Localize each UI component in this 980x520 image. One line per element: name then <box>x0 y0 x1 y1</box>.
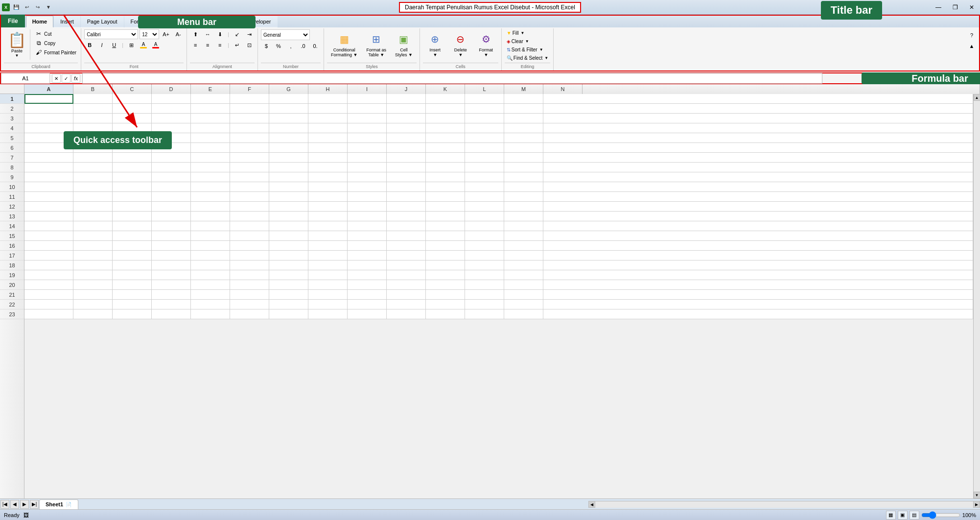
undo-quick-btn[interactable]: ↩ <box>23 3 31 12</box>
cell-E11[interactable] <box>191 192 230 202</box>
cell-M11[interactable] <box>504 192 543 202</box>
cell-H6[interactable] <box>308 143 348 153</box>
cell-B7[interactable] <box>73 153 113 163</box>
cell-J21[interactable] <box>387 290 426 300</box>
cell-E18[interactable] <box>191 260 230 270</box>
cell-J19[interactable] <box>387 270 426 280</box>
cell-E9[interactable] <box>191 172 230 182</box>
cell-L14[interactable] <box>465 221 504 231</box>
cell-I21[interactable] <box>348 290 387 300</box>
cell-K7[interactable] <box>426 153 465 163</box>
cell-N14[interactable] <box>543 221 973 231</box>
cell-I5[interactable] <box>348 133 387 143</box>
cell-M6[interactable] <box>504 143 543 153</box>
paste-dropdown[interactable]: ▼ <box>15 53 19 58</box>
cell-G13[interactable] <box>269 212 308 221</box>
tab-home[interactable]: Home <box>26 16 54 27</box>
cell-C21[interactable] <box>113 290 152 300</box>
col-header-n[interactable]: N <box>543 84 583 94</box>
cell-I17[interactable] <box>348 251 387 260</box>
format-button[interactable]: ⚙ Format▼ <box>474 29 498 60</box>
cell-C3[interactable] <box>113 114 152 123</box>
cell-C2[interactable] <box>113 104 152 114</box>
row-header-4[interactable]: 4 <box>0 123 24 133</box>
cell-A12[interactable] <box>24 202 73 212</box>
cell-D16[interactable] <box>152 241 191 251</box>
cell-E20[interactable] <box>191 280 230 290</box>
cell-D10[interactable] <box>152 182 191 192</box>
cell-E16[interactable] <box>191 241 230 251</box>
cell-B1[interactable] <box>73 94 113 104</box>
bold-button[interactable]: B <box>84 40 95 50</box>
cell-styles-button[interactable]: ▣ CellStyles ▼ <box>391 29 417 60</box>
cell-F22[interactable] <box>230 300 269 309</box>
cell-I18[interactable] <box>348 260 387 270</box>
row-header-12[interactable]: 12 <box>0 202 24 212</box>
scroll-right-btn[interactable]: ▶ <box>973 501 980 508</box>
cell-A2[interactable] <box>24 104 73 114</box>
cell-K16[interactable] <box>426 241 465 251</box>
text-direction-btn[interactable]: ↙ <box>232 29 242 39</box>
cell-C7[interactable] <box>113 153 152 163</box>
tab-review[interactable]: Review <box>185 16 215 27</box>
cell-B11[interactable] <box>73 192 113 202</box>
col-header-a[interactable]: A <box>24 84 73 94</box>
cell-D21[interactable] <box>152 290 191 300</box>
cell-J16[interactable] <box>387 241 426 251</box>
tab-insert[interactable]: Insert <box>54 16 80 27</box>
cell-D22[interactable] <box>152 300 191 309</box>
cell-M21[interactable] <box>504 290 543 300</box>
cell-F15[interactable] <box>230 231 269 241</box>
cell-L4[interactable] <box>465 123 504 133</box>
align-top-btn[interactable]: ⬆ <box>190 29 201 39</box>
cell-C13[interactable] <box>113 212 152 221</box>
page-layout-view-btn[interactable]: ▣ <box>898 511 908 520</box>
restore-button[interactable]: ❐ <box>947 0 963 15</box>
cell-B2[interactable] <box>73 104 113 114</box>
decrease-decimal-btn[interactable]: 0. <box>310 41 321 51</box>
format-painter-button[interactable]: 🖌 Format Painter <box>33 48 78 57</box>
cell-L11[interactable] <box>465 192 504 202</box>
cell-J7[interactable] <box>387 153 426 163</box>
cell-F19[interactable] <box>230 270 269 280</box>
col-header-i[interactable]: I <box>348 84 387 94</box>
cell-C10[interactable] <box>113 182 152 192</box>
cell-K12[interactable] <box>426 202 465 212</box>
cell-J5[interactable] <box>387 133 426 143</box>
cell-E17[interactable] <box>191 251 230 260</box>
cell-L18[interactable] <box>465 260 504 270</box>
cell-I22[interactable] <box>348 300 387 309</box>
cell-B19[interactable] <box>73 270 113 280</box>
cell-E1[interactable] <box>191 94 230 104</box>
cell-M2[interactable] <box>504 104 543 114</box>
cell-J12[interactable] <box>387 202 426 212</box>
cell-K20[interactable] <box>426 280 465 290</box>
cell-J17[interactable] <box>387 251 426 260</box>
cell-G2[interactable] <box>269 104 308 114</box>
cell-K17[interactable] <box>426 251 465 260</box>
cell-G16[interactable] <box>269 241 308 251</box>
cell-A9[interactable] <box>24 172 73 182</box>
row-header-6[interactable]: 6 <box>0 143 24 153</box>
cell-N5[interactable] <box>543 133 973 143</box>
col-header-g[interactable]: G <box>269 84 308 94</box>
cell-G21[interactable] <box>269 290 308 300</box>
cell-E23[interactable] <box>191 309 230 319</box>
row-header-13[interactable]: 13 <box>0 212 24 221</box>
cell-B10[interactable] <box>73 182 113 192</box>
cell-I19[interactable] <box>348 270 387 280</box>
number-format-select[interactable]: General <box>261 29 310 40</box>
cell-E2[interactable] <box>191 104 230 114</box>
cell-L16[interactable] <box>465 241 504 251</box>
page-break-view-btn[interactable]: ▤ <box>910 511 919 520</box>
cell-K13[interactable] <box>426 212 465 221</box>
cell-G18[interactable] <box>269 260 308 270</box>
cell-D1[interactable] <box>152 94 191 104</box>
cell-I3[interactable] <box>348 114 387 123</box>
cell-A16[interactable] <box>24 241 73 251</box>
sheet-nav-next[interactable]: ▶ <box>20 500 29 509</box>
cell-I9[interactable] <box>348 172 387 182</box>
cell-E15[interactable] <box>191 231 230 241</box>
cell-G17[interactable] <box>269 251 308 260</box>
cell-H16[interactable] <box>308 241 348 251</box>
